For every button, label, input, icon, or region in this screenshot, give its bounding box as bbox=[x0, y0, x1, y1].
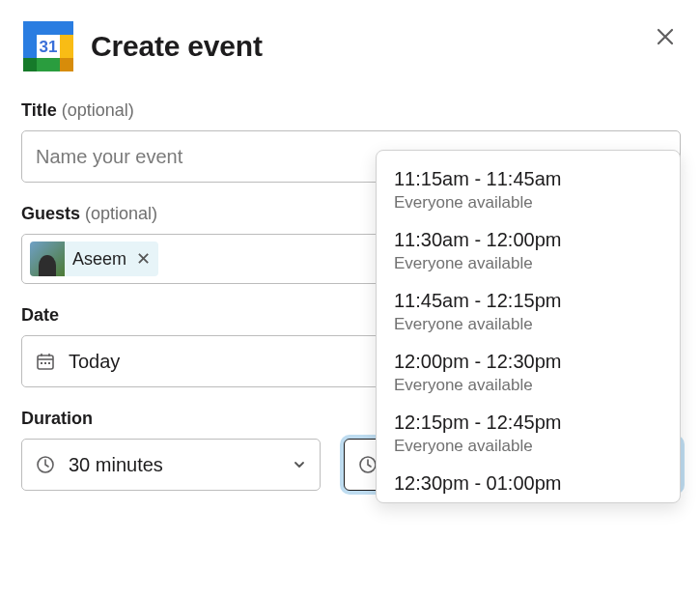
svg-rect-16 bbox=[48, 362, 50, 364]
time-option-label: 12:30pm - 01:00pm bbox=[394, 470, 662, 497]
svg-text:31: 31 bbox=[40, 38, 58, 56]
time-options-dropdown: 11:15am - 11:45am Everyone available 11:… bbox=[376, 150, 681, 503]
avatar bbox=[30, 242, 65, 276]
time-option-label: 12:15pm - 12:45pm bbox=[394, 410, 662, 436]
calendar-icon bbox=[36, 352, 55, 371]
title-optional: (optional) bbox=[62, 100, 134, 120]
guests-optional: (optional) bbox=[85, 204, 157, 223]
close-icon bbox=[654, 25, 677, 48]
time-option-label: 11:45am - 12:15pm bbox=[394, 288, 662, 314]
time-option[interactable]: 11:15am - 11:45am Everyone available bbox=[377, 160, 680, 221]
guest-name: Aseem bbox=[72, 249, 126, 270]
modal-title: Create event bbox=[91, 30, 263, 63]
clock-icon bbox=[36, 455, 55, 474]
time-option-label: 12:00pm - 12:30pm bbox=[394, 349, 662, 375]
time-option[interactable]: 11:30am - 12:00pm Everyone available bbox=[377, 221, 680, 282]
duration-select[interactable]: 30 minutes bbox=[21, 439, 321, 491]
time-option-sub: Everyone available bbox=[394, 375, 662, 396]
title-label-text: Title bbox=[21, 100, 57, 120]
close-button[interactable] bbox=[654, 25, 677, 48]
time-option-label: 11:15am - 11:45am bbox=[394, 166, 662, 192]
time-option-label: 11:30am - 12:00pm bbox=[394, 227, 662, 253]
modal-header: 31 Create event bbox=[21, 19, 681, 73]
svg-rect-5 bbox=[23, 58, 37, 71]
clock-icon bbox=[358, 455, 378, 474]
guest-chip: Aseem ✕ bbox=[30, 242, 158, 276]
time-option[interactable]: 12:00pm - 12:30pm Everyone available bbox=[377, 343, 680, 404]
guests-label-text: Guests bbox=[21, 204, 80, 223]
title-label: Title (optional) bbox=[21, 100, 681, 121]
time-option[interactable]: 12:30pm - 01:00pm bbox=[377, 465, 680, 500]
time-option[interactable]: 12:15pm - 12:45pm Everyone available bbox=[377, 404, 680, 465]
svg-rect-15 bbox=[44, 362, 46, 364]
time-option-sub: Everyone available bbox=[394, 253, 662, 274]
google-calendar-icon: 31 bbox=[21, 19, 75, 73]
svg-rect-14 bbox=[41, 362, 42, 364]
time-option-sub: Everyone available bbox=[394, 314, 662, 335]
time-option-sub: Everyone available bbox=[394, 436, 662, 457]
chevron-down-icon bbox=[293, 454, 306, 476]
remove-guest-button[interactable]: ✕ bbox=[134, 248, 151, 270]
svg-rect-4 bbox=[23, 21, 73, 35]
duration-value: 30 minutes bbox=[69, 454, 163, 476]
time-option-sub: Everyone available bbox=[394, 192, 662, 213]
date-value: Today bbox=[69, 351, 120, 373]
time-option[interactable]: 11:45am - 12:15pm Everyone available bbox=[377, 282, 680, 343]
